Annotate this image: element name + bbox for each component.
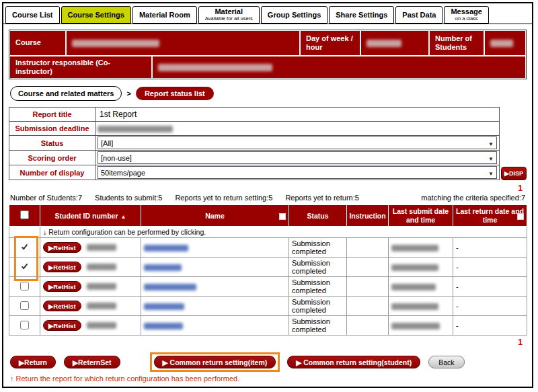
report-title-value-cell: 1st Report — [95, 108, 500, 122]
last-submit-blurred — [391, 264, 438, 271]
day-of-week-value-cell — [360, 30, 429, 56]
stat-yet-return-setting: Reports yet to return setting:5 — [175, 194, 272, 202]
num-students-label: Number of Students — [429, 30, 484, 56]
last-submit-blurred — [391, 284, 436, 290]
tab-sublabel: Available for all users — [205, 16, 253, 22]
student-name-link[interactable] — [144, 323, 183, 329]
last-return-header: Last return date and time — [453, 205, 527, 227]
report-filter-form: Report title 1st Report Submission deadl… — [9, 107, 527, 180]
student-name-link[interactable] — [144, 245, 188, 251]
course-name-blurred — [72, 40, 159, 47]
student-id-blurred — [87, 283, 116, 290]
instructor-label: Instructor responsible (Co-instructor) — [9, 56, 152, 79]
page-number-top[interactable]: 1 — [13, 184, 523, 193]
tab-material-room[interactable]: Material Room — [132, 6, 197, 24]
breadcrumb-separator: > — [126, 89, 130, 97]
instruction-cell — [347, 238, 389, 258]
last-return-cell: - — [453, 238, 527, 258]
last-return-cell: - — [453, 277, 527, 297]
stat-yet-to-return: Reports yet to return:5 — [285, 194, 358, 202]
student-name-link[interactable] — [144, 264, 182, 271]
course-and-related-matters-pill[interactable]: Course and related matters — [10, 86, 122, 101]
select-all-checkbox[interactable] — [20, 210, 29, 219]
sort-asc-icon[interactable]: ▲ — [121, 214, 126, 220]
rethist-button[interactable]: ▶RetHist — [43, 262, 81, 272]
last-return-sort-box-icon[interactable] — [517, 213, 524, 220]
student-id-blurred — [87, 303, 116, 309]
page-frame: Course List Course Settings Material Roo… — [2, 2, 533, 388]
row-select-checkbox[interactable] — [20, 301, 29, 310]
stat-matching-criteria: matching the criteria specified:7 — [421, 194, 525, 202]
table-note-row: ↓ Return configuration can be performed … — [9, 227, 527, 238]
course-info-row2: Instructor responsible (Co-instructor) — [9, 56, 527, 79]
report-title-label: Report title — [9, 108, 95, 122]
row-select-checkbox[interactable] — [20, 282, 29, 290]
submission-deadline-label: Submission deadline — [9, 122, 95, 136]
select-all-header — [9, 205, 40, 227]
last-submit-blurred — [391, 303, 438, 310]
return-button[interactable]: ▶Return — [10, 356, 56, 368]
common-return-setting-item-button[interactable]: ▶ Common return setting(item) — [154, 356, 276, 368]
instruction-cell — [347, 297, 389, 316]
student-name-link[interactable] — [144, 284, 196, 290]
rethist-button[interactable]: ▶RetHist — [43, 301, 81, 311]
name-header: Name — [141, 205, 289, 227]
number-of-display-select[interactable]: 50items/page — [98, 166, 497, 179]
stats-left: Number of Students:7 Students to submit:… — [10, 194, 370, 202]
retern-set-button[interactable]: ▶ReternSet — [64, 356, 120, 368]
scoring-order-select[interactable]: [non-use] — [98, 151, 497, 164]
tab-course-settings[interactable]: Course Settings — [61, 6, 131, 24]
rethist-button[interactable]: ▶RetHist — [43, 281, 81, 292]
num-students-value-cell — [484, 30, 526, 56]
report-status-list-pill[interactable]: Report status list — [136, 87, 214, 100]
rethist-button[interactable]: ▶RetHist — [43, 320, 81, 331]
tab-message[interactable]: Messageon a class — [444, 6, 488, 24]
status-cell: Submission completed — [289, 258, 347, 277]
tab-past-data[interactable]: Past Data — [395, 6, 443, 24]
tab-bar: Course List Course Settings Material Roo… — [3, 3, 532, 24]
tab-label: Past Data — [402, 11, 436, 19]
report-title-value: 1st Report — [98, 110, 137, 119]
back-button[interactable]: Back — [428, 356, 464, 368]
name-sort-box-icon[interactable] — [279, 213, 286, 220]
status-cell: Submission completed — [289, 297, 347, 316]
tab-label: Group Settings — [268, 11, 321, 19]
tab-material[interactable]: MaterialAvailable for all users — [198, 6, 260, 24]
submission-deadline-value-cell — [95, 122, 500, 136]
last-return-header-label: Last return date and time — [456, 207, 524, 224]
instructor-value-cell — [152, 56, 526, 79]
last-submit-blurred — [391, 245, 438, 251]
last-submit-blurred — [391, 323, 440, 329]
num-students-blurred — [490, 40, 513, 47]
common-return-setting-student-button[interactable]: ▶ Common return setting(student) — [287, 356, 420, 368]
instruction-cell — [347, 316, 389, 336]
table-row: ▶RetHist Submission completed - — [9, 316, 527, 336]
page-number-bottom[interactable]: 1 — [13, 338, 523, 347]
tab-group-settings[interactable]: Group Settings — [261, 6, 328, 24]
tab-share-settings[interactable]: Share Settings — [329, 6, 394, 24]
report-status-table: Student ID number▲ Name Status Instructi… — [9, 204, 527, 336]
footer-note: ↑ Return the report for which return con… — [10, 375, 532, 383]
tab-course-list[interactable]: Course List — [5, 6, 60, 24]
instructor-name-blurred — [158, 64, 272, 71]
status-header: Status — [289, 205, 347, 227]
student-name-link[interactable] — [144, 303, 184, 310]
table-note-text: ↓ Return configuration can be performed … — [40, 227, 527, 238]
stat-number-of-students: Number of Students:7 — [10, 194, 82, 202]
day-of-week-label: Day of week / hour — [300, 30, 360, 56]
rethist-button[interactable]: ▶RetHist — [43, 242, 81, 253]
table-row: ▶RetHist Submission completed - — [9, 277, 527, 297]
row-select-checkbox[interactable] — [20, 243, 29, 251]
row-select-checkbox[interactable] — [20, 262, 29, 271]
day-of-week-blurred — [367, 40, 401, 47]
tab-label: Material Room — [139, 11, 190, 19]
disp-button[interactable]: ▶DISP — [501, 167, 527, 180]
name-header-label: Name — [205, 212, 225, 220]
table-row: ▶RetHist Submission completed - — [9, 238, 527, 258]
breadcrumb: Course and related matters > Report stat… — [10, 86, 532, 101]
table-row: ▶RetHist Submission completed - — [9, 258, 527, 277]
status-filter-select[interactable]: [All] — [98, 136, 497, 149]
last-return-cell: - — [453, 297, 527, 316]
row-select-checkbox[interactable] — [20, 321, 29, 329]
last-return-cell: - — [453, 258, 527, 277]
